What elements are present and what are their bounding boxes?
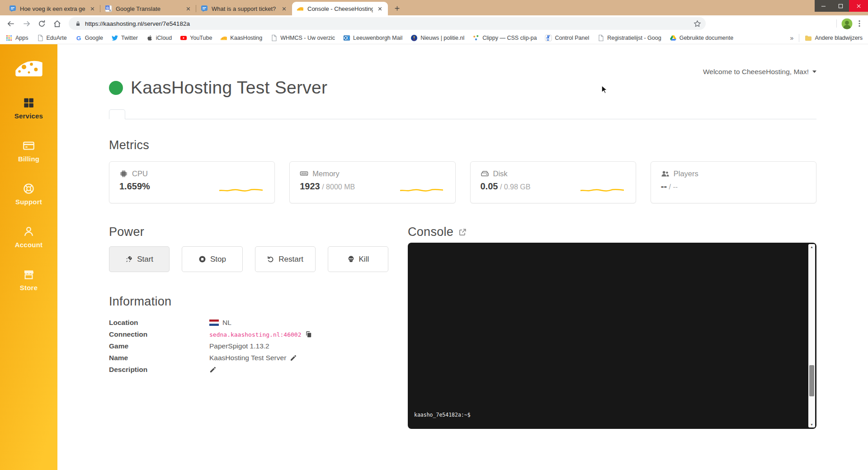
scrollbar-thumb[interactable] (809, 365, 814, 396)
browser-menu-icon[interactable] (855, 19, 863, 28)
url-text[interactable]: https://kaashosting.nl/server/7e54182a (85, 20, 693, 27)
bookmark-item[interactable]: Registratielijst - Goog (597, 34, 661, 42)
server-nav-tab[interactable] (248, 109, 264, 119)
sidebar-item[interactable]: Support (15, 183, 42, 206)
tab-close-icon[interactable] (377, 5, 383, 12)
extension-icon[interactable] (754, 19, 762, 28)
metrics-heading: Metrics (109, 138, 816, 152)
bookmark-item[interactable]: KaasHosting (220, 34, 262, 42)
other-bookmarks-button[interactable]: Andere bladwijzers (805, 34, 863, 42)
bookmark-item[interactable]: Leeuwenborgh Mail (343, 34, 402, 42)
pencil-icon[interactable] (209, 366, 217, 373)
lock-icon[interactable] (75, 21, 81, 27)
profile-avatar[interactable] (841, 18, 853, 29)
sidebar-item[interactable]: Account (15, 226, 42, 249)
translate-icon: Ga (105, 5, 112, 12)
maximize-button[interactable] (832, 0, 849, 12)
address-bar[interactable]: https://kaashosting.nl/server/7e54182a (69, 17, 706, 30)
extension-icon[interactable] (726, 19, 735, 28)
info-value-text: KaasHosting Test Server (209, 354, 286, 362)
browser-tab[interactable]: Ga Google Translate (100, 2, 196, 15)
bookmark-item[interactable]: Control Panel (545, 34, 589, 42)
minimize-button[interactable] (815, 0, 832, 12)
console-terminal[interactable]: kaasho_7e54182a:~$ ▲ ▼ (408, 243, 816, 429)
server-nav-tab[interactable] (187, 109, 202, 119)
bookmark-label: Nieuws | politie.nl (420, 35, 464, 41)
server-nav-tab[interactable] (264, 109, 279, 119)
bookmark-item[interactable]: YouTube (180, 34, 212, 42)
browser-tab[interactable]: Console - CheeseHosting (292, 2, 388, 15)
bookmarks-overflow-chevron[interactable]: » (790, 34, 794, 42)
server-nav-tab[interactable] (141, 109, 156, 119)
bookmark-item[interactable]: Twitter (111, 34, 138, 42)
scroll-up-icon[interactable]: ▲ (808, 245, 815, 249)
stop-icon (198, 255, 206, 263)
extension-icon[interactable] (767, 19, 776, 28)
sidebar-item[interactable]: Store (20, 268, 38, 291)
extension-icon[interactable] (740, 19, 749, 28)
forward-icon[interactable] (20, 17, 33, 30)
bookmark-item[interactable]: G Google (75, 34, 103, 42)
bookmark-item[interactable]: Gebruikte documente (670, 34, 734, 42)
restart-icon (267, 255, 274, 263)
sidebar-item[interactable]: Services (14, 97, 43, 120)
bookmark-item[interactable]: EduArte (37, 34, 67, 42)
tab-title: Console - CheeseHosting (307, 5, 373, 12)
metric-card: CPU 1.659% (109, 161, 275, 203)
console-line (414, 264, 805, 272)
back-icon[interactable] (5, 17, 17, 30)
terminal-scrollbar[interactable]: ▲ ▼ (808, 244, 815, 428)
power-button[interactable]: Start (109, 246, 170, 272)
ram-icon (300, 169, 308, 178)
browser-tabstrip: Hoe voeg ik een extra gebruiker Ga Googl… (0, 0, 868, 15)
server-nav-tab[interactable] (171, 109, 187, 119)
tab-close-icon[interactable] (185, 5, 192, 12)
extension-icon[interactable] (808, 19, 816, 28)
server-nav-tab[interactable] (233, 109, 248, 119)
browser-tab[interactable]: What is a support ticket? | KaasH (196, 2, 292, 15)
copy-icon[interactable] (305, 331, 312, 338)
welcome-text: Welcome to CheeseHosting, Max! (703, 68, 809, 76)
console-line (414, 355, 805, 362)
server-nav-tab[interactable] (125, 109, 141, 119)
server-nav-tab[interactable] (109, 109, 125, 119)
extension-icon[interactable] (713, 19, 722, 28)
console-line (414, 278, 805, 286)
cheesehosting-logo[interactable] (14, 56, 44, 79)
power-button[interactable]: Stop (182, 246, 242, 272)
server-nav-tab[interactable] (217, 109, 233, 119)
account-dropdown[interactable]: Welcome to CheeseHosting, Max! (703, 68, 816, 76)
extension-icon[interactable] (821, 19, 830, 28)
server-nav-tab[interactable] (202, 109, 217, 119)
google-g-icon: G (75, 34, 82, 42)
external-link-icon[interactable] (458, 228, 467, 236)
extension-icon[interactable] (794, 19, 803, 28)
bookmark-item[interactable]: iCloud (146, 34, 172, 42)
bookmark-item[interactable]: Nieuws | politie.nl (410, 34, 464, 42)
power-button[interactable]: Kill (328, 246, 388, 272)
sidebar-item[interactable]: Billing (18, 140, 39, 163)
close-button[interactable] (849, 0, 868, 12)
bookmark-item[interactable]: WHMCS - Uw overzic (270, 34, 335, 42)
twitter-icon (111, 34, 118, 42)
home-icon[interactable] (51, 17, 63, 30)
tab-close-icon[interactable] (281, 5, 288, 12)
browser-tab[interactable]: Hoe voeg ik een extra gebruiker (5, 2, 100, 15)
reload-icon[interactable] (35, 17, 48, 30)
bookmark-star-icon[interactable] (693, 20, 701, 28)
console-line (414, 376, 805, 384)
server-nav-tab[interactable] (156, 109, 171, 119)
bookmark-item[interactable]: Apps (5, 34, 28, 42)
bookmark-item[interactable]: Clippy — CSS clip-pa (472, 34, 537, 42)
extension-icon[interactable] (781, 19, 789, 28)
power-button[interactable]: Restart (255, 246, 316, 272)
tab-close-icon[interactable] (89, 5, 96, 12)
console-line (414, 348, 805, 356)
console-prompt[interactable]: kaasho_7e54182a:~$ (414, 412, 805, 418)
server-nav-tab[interactable] (294, 109, 310, 119)
scroll-down-icon[interactable]: ▼ (808, 423, 815, 426)
sidebar-item-label: Services (14, 112, 43, 120)
pencil-icon[interactable] (290, 354, 297, 362)
new-tab-button[interactable] (391, 2, 403, 14)
server-nav-tab[interactable] (279, 109, 294, 119)
